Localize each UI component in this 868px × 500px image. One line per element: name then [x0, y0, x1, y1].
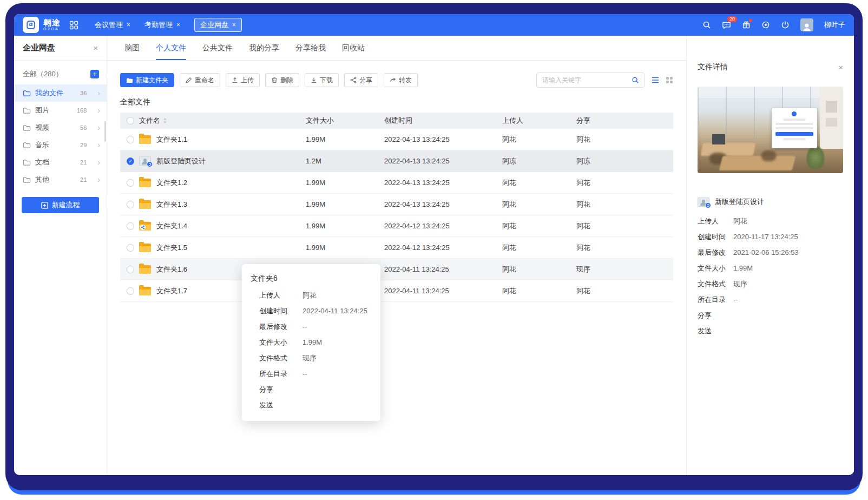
- file-detail-panel: 文件详情 ×: [686, 36, 854, 475]
- tab-shared-with-me[interactable]: 分享给我: [295, 36, 326, 60]
- table-row[interactable]: 文件夹1.7 1.99M 2022-04-11 13:24:25 阿花 阿花: [120, 280, 673, 302]
- file-name[interactable]: 新版登陆页设计: [156, 156, 206, 166]
- table-row[interactable]: 文件夹1.5 1.99M 2022-04-12 13:24:25 阿花 阿花: [120, 237, 673, 259]
- table-row[interactable]: 文件夹1.2 1.99M 2022-04-13 13:24:25 阿花 阿花: [120, 172, 673, 194]
- sidebar-title: 企业网盘: [23, 43, 55, 53]
- table-row[interactable]: 文件夹1.3 1.99M 2022-04-13 13:24:25 阿花 阿花: [120, 194, 673, 215]
- sidebar-item-videos[interactable]: 视频 56 ›: [14, 119, 107, 136]
- select-all-checkbox[interactable]: [127, 117, 134, 124]
- close-icon[interactable]: ×: [838, 63, 843, 72]
- sort-icon[interactable]: [163, 117, 167, 124]
- file-name[interactable]: 文件夹1.2: [156, 178, 187, 188]
- row-checkbox[interactable]: [127, 287, 134, 295]
- download-button[interactable]: 下载: [305, 73, 339, 87]
- row-checkbox[interactable]: ✓: [127, 157, 134, 165]
- tab-my-shares[interactable]: 我的分享: [249, 36, 279, 60]
- row-checkbox[interactable]: [127, 136, 134, 143]
- apps-grid-icon[interactable]: [69, 21, 78, 30]
- file-name[interactable]: 文件夹1.5: [156, 243, 187, 253]
- delete-button[interactable]: 删除: [265, 73, 299, 87]
- file-name[interactable]: 文件夹1.6: [156, 265, 187, 274]
- sidebar-item-pictures[interactable]: 图片 168 ›: [14, 102, 107, 119]
- tab-mindmap[interactable]: 脑图: [124, 36, 140, 60]
- file-name[interactable]: 文件夹1.4: [156, 221, 187, 231]
- shared-folder-icon: [139, 222, 151, 231]
- messages-icon[interactable]: 20: [722, 21, 731, 30]
- close-icon[interactable]: ×: [127, 21, 130, 29]
- rename-button[interactable]: 重命名: [180, 73, 220, 87]
- grid-view-icon[interactable]: [666, 76, 673, 84]
- user-name[interactable]: 柳叶子: [824, 20, 845, 30]
- sidebar-item-my-files[interactable]: 我的文件 36 ›: [14, 84, 107, 102]
- row-checkbox[interactable]: [127, 222, 134, 230]
- column-header: 文件大小: [306, 116, 384, 126]
- row-checkbox[interactable]: [127, 201, 134, 208]
- table-row[interactable]: 文件夹1.4 1.99M 2022-04-12 13:24:25 阿花 阿花: [120, 215, 673, 237]
- table-row[interactable]: 文件夹1.1 1.99M 2022-04-13 13:24:25 阿花 阿花: [120, 129, 673, 150]
- close-icon[interactable]: ×: [93, 43, 98, 52]
- tab-recycle-bin[interactable]: 回收站: [342, 36, 365, 60]
- app-window: 翱途 O2OA 会议管理 × 考勤管理 ×: [14, 14, 854, 475]
- tab-label: 回收站: [342, 43, 365, 53]
- topbar-tab-netdisk[interactable]: 企业网盘 ×: [194, 18, 242, 32]
- field-label: 文件格式: [259, 354, 303, 362]
- table-row[interactable]: ✓ 新版登陆页设计 1.2M 2022-04-13 13:24:25 阿冻 阿冻: [120, 150, 673, 172]
- field-label[interactable]: 分享: [698, 312, 733, 319]
- topbar-tab-attendance[interactable]: 考勤管理 ×: [144, 20, 180, 30]
- topbar: 翱途 O2OA 会议管理 × 考勤管理 ×: [14, 14, 854, 36]
- field-value: 1.99M: [733, 265, 753, 272]
- file-name[interactable]: 文件夹1.3: [156, 200, 187, 209]
- file-uploader: 阿冻: [502, 156, 576, 166]
- row-checkbox[interactable]: [127, 244, 134, 252]
- upload-button[interactable]: 上传: [226, 73, 260, 87]
- avatar[interactable]: [800, 18, 813, 31]
- sidebar-filter-all[interactable]: 全部（280）: [23, 69, 63, 79]
- table-row[interactable]: 文件夹1.6 1.99M 2022-04-11 13:24:25 阿花 现序: [120, 259, 673, 280]
- field-label[interactable]: 发送: [698, 327, 733, 335]
- settings-icon[interactable]: [761, 21, 770, 29]
- forward-button[interactable]: 转发: [384, 73, 418, 87]
- sidebar-item-label: 我的文件: [35, 88, 63, 98]
- tab-public-files[interactable]: 公共文件: [202, 36, 233, 60]
- close-icon[interactable]: ×: [232, 21, 236, 29]
- sidebar-scrollbar[interactable]: [104, 121, 106, 142]
- detail-send-row[interactable]: 发送: [698, 327, 843, 335]
- sidebar-item-music[interactable]: 音乐 29 ›: [14, 136, 107, 154]
- row-checkbox[interactable]: [127, 179, 134, 187]
- new-folder-button[interactable]: 新建文件夹: [120, 73, 174, 87]
- row-checkbox[interactable]: [127, 266, 134, 273]
- search-icon[interactable]: [702, 21, 711, 29]
- folder-outline-icon: [23, 176, 31, 183]
- detail-field: 文件格式 现序: [698, 280, 843, 288]
- list-view-icon[interactable]: [652, 77, 659, 83]
- field-label: 上传人: [259, 292, 303, 299]
- add-category-button[interactable]: +: [90, 70, 99, 78]
- field-label[interactable]: 发送: [259, 402, 303, 409]
- sidebar-item-documents[interactable]: 文档 21 ›: [14, 154, 107, 171]
- field-label[interactable]: 分享: [259, 386, 303, 393]
- detail-field: 最后修改 2021-02-06 15:26:53: [698, 249, 843, 256]
- button-label: 下载: [320, 76, 333, 85]
- gift-icon[interactable]: [742, 21, 751, 29]
- search-box[interactable]: [536, 73, 645, 88]
- app-logo[interactable]: 翱途 O2OA: [23, 17, 61, 33]
- share-button[interactable]: 分享: [344, 73, 378, 87]
- search-input[interactable]: [542, 76, 632, 84]
- file-name[interactable]: 文件夹1.1: [156, 135, 187, 144]
- popup-share-row[interactable]: 分享: [259, 386, 372, 393]
- sidebar-item-count: 21: [80, 176, 87, 183]
- topbar-tab-label: 考勤管理: [144, 20, 173, 30]
- sidebar-item-other[interactable]: 其他 21 ›: [14, 171, 107, 188]
- power-icon[interactable]: [781, 21, 790, 29]
- topbar-tab-meeting[interactable]: 会议管理 ×: [95, 20, 130, 30]
- new-process-button[interactable]: 新建流程: [22, 197, 99, 213]
- tab-personal-files[interactable]: 个人文件: [156, 36, 186, 60]
- close-icon[interactable]: ×: [176, 21, 180, 29]
- popup-send-row[interactable]: 发送: [259, 402, 372, 409]
- sidebar-item-count: 21: [80, 159, 87, 166]
- field-label: 创建时间: [259, 307, 303, 315]
- detail-share-row[interactable]: 分享: [698, 312, 843, 319]
- column-header: 分享: [576, 116, 673, 126]
- file-size: 1.99M: [306, 200, 384, 208]
- file-name[interactable]: 文件夹1.7: [156, 286, 187, 296]
